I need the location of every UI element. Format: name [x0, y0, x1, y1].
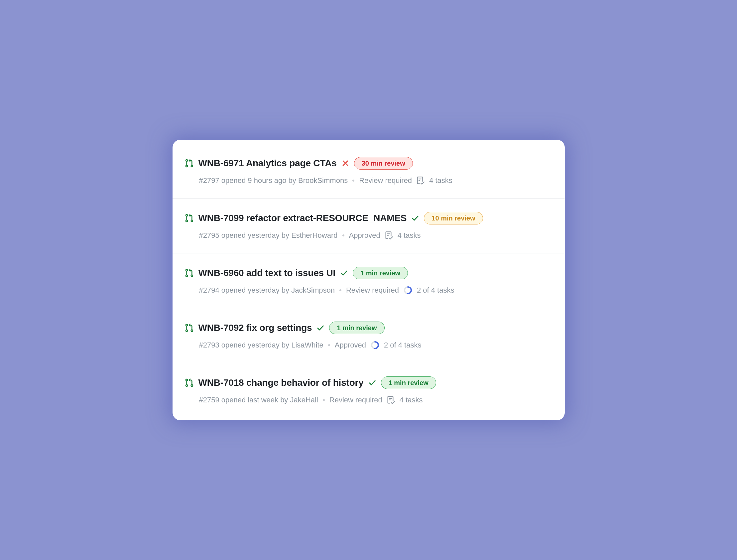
- review-time-badge: 1 min review: [329, 322, 384, 334]
- progress-ring-icon: [370, 341, 379, 350]
- review-status-text: Approved: [335, 341, 366, 350]
- pr-meta-text: #2797 opened 9 hours ago by BrookSimmons: [199, 176, 348, 185]
- pr-meta-row: #2794 opened yesterday by JackSimpson Re…: [185, 286, 549, 295]
- pr-meta-text: #2794 opened yesterday by JackSimpson: [199, 286, 335, 295]
- pr-meta-row: #2797 opened 9 hours ago by BrookSimmons…: [185, 176, 549, 185]
- pr-title-row: WNB-6971 Analytics page CTAs 30 min revi…: [185, 157, 549, 170]
- pull-request-icon: [185, 213, 194, 223]
- check-icon: [368, 379, 376, 387]
- check-icon: [317, 324, 325, 332]
- pr-item[interactable]: WNB-7099 refactor extract-RESOURCE_NAMES…: [173, 199, 565, 253]
- check-icon: [340, 269, 348, 277]
- pr-title-row: WNB-7092 fix org settings 1 min review: [185, 322, 549, 334]
- separator-dot: [323, 399, 325, 401]
- pull-request-icon: [185, 323, 194, 333]
- pr-title[interactable]: WNB-7092 fix org settings: [199, 323, 312, 333]
- pull-request-icon: [185, 268, 194, 278]
- pr-title[interactable]: WNB-7018 change behavior of history: [199, 377, 364, 388]
- pull-request-icon: [185, 378, 194, 387]
- tasks-label: 4 tasks: [399, 396, 423, 404]
- checklist-icon: [387, 396, 395, 404]
- review-status-text: Approved: [349, 231, 380, 240]
- check-icon: [411, 214, 419, 222]
- review-time-badge: 1 min review: [353, 267, 408, 279]
- review-status-text: Review required: [359, 176, 412, 185]
- pr-item[interactable]: WNB-6960 add text to issues UI 1 min rev…: [173, 253, 565, 308]
- pull-request-icon: [185, 159, 194, 168]
- separator-dot: [353, 180, 355, 182]
- pr-item[interactable]: WNB-7018 change behavior of history 1 mi…: [173, 363, 565, 414]
- pr-title[interactable]: WNB-6960 add text to issues UI: [199, 268, 336, 278]
- pr-meta-text: #2793 opened yesterday by LisaWhite: [199, 341, 324, 350]
- checklist-icon: [385, 231, 393, 239]
- pr-item[interactable]: WNB-7092 fix org settings 1 min review #…: [173, 308, 565, 363]
- pr-meta-row: #2795 opened yesterday by EstherHoward A…: [185, 231, 549, 240]
- separator-dot: [328, 344, 330, 346]
- x-icon: [342, 159, 350, 167]
- tasks-label: 2 of 4 tasks: [417, 286, 454, 295]
- review-status-text: Review required: [346, 286, 399, 295]
- review-time-badge: 1 min review: [381, 376, 436, 389]
- checklist-icon: [416, 177, 424, 185]
- review-time-badge: 10 min review: [424, 212, 483, 224]
- separator-dot: [340, 289, 342, 291]
- tasks-label: 4 tasks: [397, 231, 421, 240]
- tasks-label: 2 of 4 tasks: [384, 341, 421, 350]
- pr-title[interactable]: WNB-7099 refactor extract-RESOURCE_NAMES: [199, 213, 407, 223]
- pr-title-row: WNB-6960 add text to issues UI 1 min rev…: [185, 267, 549, 279]
- pr-meta-row: #2793 opened yesterday by LisaWhite Appr…: [185, 341, 549, 350]
- pr-item[interactable]: WNB-6971 Analytics page CTAs 30 min revi…: [173, 149, 565, 199]
- pr-meta-text: #2759 opened last week by JakeHall: [199, 396, 318, 404]
- review-status-text: Review required: [330, 396, 382, 404]
- pr-list-card: WNB-6971 Analytics page CTAs 30 min revi…: [173, 140, 565, 420]
- pr-title-row: WNB-7018 change behavior of history 1 mi…: [185, 376, 549, 389]
- progress-ring-icon: [403, 286, 412, 295]
- pr-title-row: WNB-7099 refactor extract-RESOURCE_NAMES…: [185, 212, 549, 224]
- pr-meta-row: #2759 opened last week by JakeHall Revie…: [185, 396, 549, 404]
- review-time-badge: 30 min review: [354, 157, 413, 170]
- pr-title[interactable]: WNB-6971 Analytics page CTAs: [199, 158, 337, 169]
- tasks-label: 4 tasks: [429, 176, 452, 185]
- separator-dot: [343, 234, 345, 236]
- pr-meta-text: #2795 opened yesterday by EstherHoward: [199, 231, 338, 240]
